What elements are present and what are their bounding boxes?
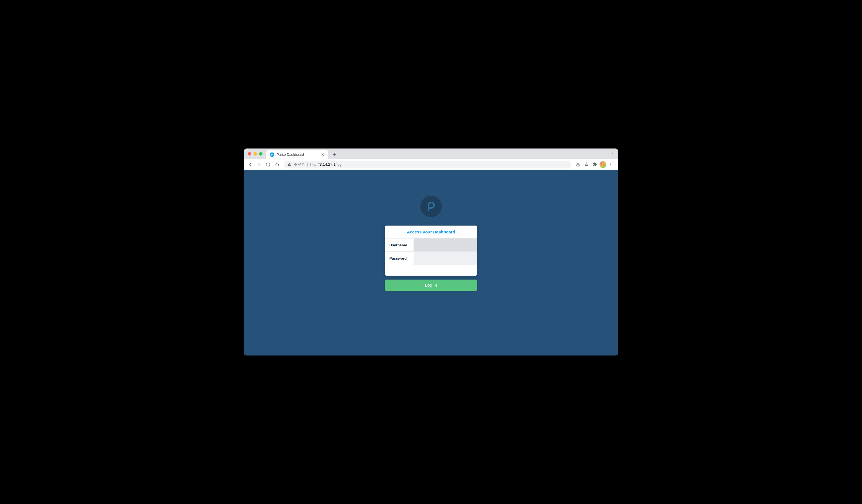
svg-rect-0: [289, 164, 289, 165]
tab-title: Parse Dashboard: [276, 153, 318, 157]
bookmark-button[interactable]: [583, 161, 590, 169]
window-controls: [247, 148, 265, 159]
menu-button[interactable]: [607, 161, 615, 169]
share-button[interactable]: [574, 161, 582, 169]
password-row: Password: [385, 252, 477, 265]
home-button[interactable]: [273, 161, 281, 169]
username-row: Username: [385, 239, 477, 252]
login-heading: Access your Dashboard: [385, 226, 477, 239]
svg-point-4: [611, 163, 611, 163]
username-input[interactable]: [414, 239, 477, 251]
url-host: 3.14.27.1: [319, 162, 335, 167]
minimize-window-button[interactable]: [253, 152, 257, 156]
close-tab-icon[interactable]: ✕: [321, 152, 325, 157]
toolbar-right: 🎨: [574, 161, 616, 169]
login-card-footer: [385, 265, 477, 276]
svg-point-5: [611, 164, 611, 164]
password-label: Password: [385, 252, 414, 265]
new-tab-button[interactable]: +: [330, 151, 338, 159]
omnibox-separator: |: [307, 162, 308, 167]
svg-marker-3: [585, 162, 588, 166]
url-path: /login: [336, 162, 345, 167]
extensions-button[interactable]: [591, 161, 599, 169]
page-content: Access your Dashboard Username Password …: [244, 170, 618, 356]
login-button[interactable]: Log In: [385, 280, 477, 291]
parse-logo-icon: [420, 196, 442, 217]
forward-button[interactable]: [255, 161, 263, 169]
svg-point-6: [611, 165, 611, 166]
reload-button[interactable]: [264, 161, 272, 169]
parse-favicon-icon: [270, 152, 274, 157]
back-button[interactable]: [246, 161, 254, 169]
browser-tab[interactable]: Parse Dashboard ✕: [266, 150, 328, 159]
url-scheme: http://: [310, 162, 320, 167]
not-secure-icon: [287, 162, 291, 167]
username-label: Username: [385, 239, 414, 251]
maximize-window-button[interactable]: [259, 152, 262, 156]
tab-strip: Parse Dashboard ✕ +: [244, 148, 618, 159]
close-window-button[interactable]: [248, 152, 251, 156]
profile-avatar[interactable]: 🎨: [600, 161, 606, 168]
address-bar[interactable]: 不安全 | http://3.14.27.1/login: [284, 161, 571, 169]
browser-window: Parse Dashboard ✕ + 不安全 | http://3: [244, 148, 618, 356]
svg-rect-1: [289, 165, 289, 165]
url-display: http://3.14.27.1/login: [310, 162, 345, 167]
login-card: Access your Dashboard Username Password: [385, 226, 477, 276]
tabs-menu-button[interactable]: [611, 152, 614, 156]
security-status-label: 不安全: [294, 162, 305, 167]
password-input[interactable]: [414, 252, 477, 265]
browser-toolbar: 不安全 | http://3.14.27.1/login 🎨: [244, 159, 618, 170]
